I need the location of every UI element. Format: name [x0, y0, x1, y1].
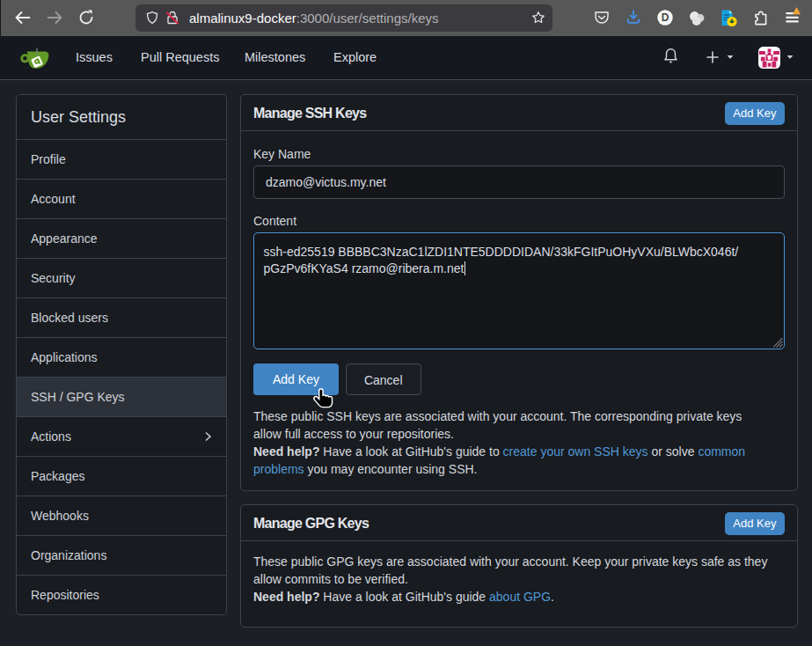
svg-text:D: D	[662, 11, 669, 24]
